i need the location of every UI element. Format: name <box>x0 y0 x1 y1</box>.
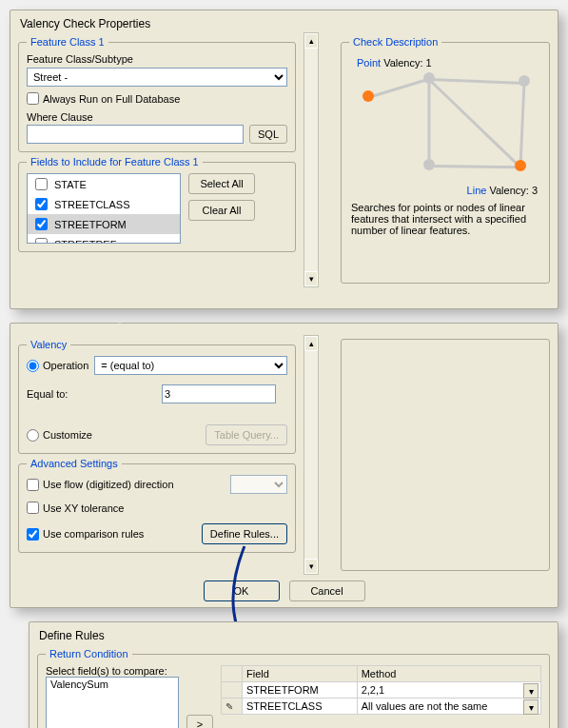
operation-combo[interactable]: = (equal to) <box>94 356 287 375</box>
field-checkbox[interactable] <box>35 198 48 210</box>
point-valency-label: Point Valency: 1 <box>357 57 432 69</box>
diagram-node <box>515 160 526 171</box>
define-rules-button[interactable]: Define Rules... <box>202 523 287 544</box>
diagram-edge <box>428 78 521 167</box>
diagram-node <box>423 159 435 170</box>
select-fields-label: Select field(s) to compare: <box>46 665 179 677</box>
use-xy-checkbox[interactable]: Use XY tolerance <box>27 502 124 514</box>
field-label: STREETCLASS <box>54 199 129 210</box>
list-item[interactable]: STREETREF <box>28 234 180 244</box>
line-valency-label: Line Valency: 3 <box>467 185 538 196</box>
flow-direction-combo <box>230 475 287 494</box>
feature-class-group: Feature Class 1 Feature Class/Subtype St… <box>18 36 296 152</box>
diagram-edge <box>428 79 431 166</box>
diagram-node <box>362 90 374 102</box>
cancel-button[interactable]: Cancel <box>289 580 365 601</box>
table-query-button: Table Query... <box>206 424 287 445</box>
col-method[interactable]: Method <box>357 666 540 682</box>
field-label: STREETREF <box>54 239 116 245</box>
return-condition-legend: Return Condition <box>46 648 132 659</box>
always-run-checkbox[interactable]: Always Run on Full Database <box>27 92 180 105</box>
diagram-edge <box>429 165 520 168</box>
left-panel-scrollbar[interactable]: ▴ ▾ <box>304 335 319 575</box>
use-comparison-checkbox[interactable]: Use comparison rules <box>27 528 144 541</box>
equal-to-input[interactable] <box>162 384 276 403</box>
valency-diagram: Point Valency: 1Line Valency: 3 <box>353 59 538 192</box>
fields-listbox[interactable]: STATESTREETCLASSSTREETFORMSTREETREF <box>27 173 181 244</box>
list-item[interactable]: STATE <box>28 174 180 194</box>
field-checkbox[interactable] <box>35 178 48 190</box>
valency-legend: Valency <box>27 339 70 350</box>
customize-radio[interactable]: Customize <box>27 429 92 442</box>
advanced-settings-legend: Advanced Settings <box>27 458 122 469</box>
operation-radio[interactable]: Operation <box>27 360 88 372</box>
feature-class-legend: Feature Class 1 <box>27 36 108 48</box>
check-description-group: Check Description Point Valency: 1Line V… <box>341 36 550 284</box>
rules-grid[interactable]: Field Method STREETFORM2,2,1STREETCLASSA… <box>221 665 541 715</box>
ok-button[interactable]: OK <box>204 580 280 601</box>
scroll-up-icon[interactable]: ▴ <box>304 33 318 49</box>
compare-fields-listbox[interactable]: ValencySum <box>46 677 179 728</box>
scroll-down-icon[interactable]: ▾ <box>304 271 318 286</box>
valency-check-dialog-bottom: Valency Operation = (equal to) Equal to: <box>10 323 558 608</box>
left-panel-scrollbar[interactable]: ▴ ▾ <box>304 32 319 287</box>
col-field[interactable]: Field <box>243 666 358 682</box>
move-right-button[interactable]: > <box>186 715 213 728</box>
clear-all-button[interactable]: Clear All <box>188 200 255 221</box>
where-clause-label: Where Clause <box>27 111 287 123</box>
cell-method[interactable]: All values are not the same <box>357 698 540 715</box>
field-checkbox[interactable] <box>35 218 48 230</box>
table-row[interactable]: STREETCLASSAll values are not the same <box>222 698 541 715</box>
advanced-settings-group: Advanced Settings Use flow (digitized) d… <box>18 458 296 553</box>
valency-check-dialog-top: Valency Check Properties Feature Class 1… <box>10 10 558 309</box>
diagram-edge <box>519 83 526 167</box>
cell-field[interactable]: STREETFORM <box>243 682 358 698</box>
list-item[interactable]: STREETCLASS <box>28 194 180 214</box>
list-item[interactable]: STREETFORM <box>28 214 180 234</box>
fields-include-group: Fields to Include for Feature Class 1 ST… <box>18 156 296 252</box>
return-condition-group: Return Condition Select field(s) to comp… <box>37 648 550 728</box>
dialog-title: Valency Check Properties <box>14 14 554 32</box>
diagram-edge <box>429 78 524 85</box>
right-empty-panel <box>341 339 550 571</box>
cell-field[interactable]: STREETCLASS <box>243 698 358 715</box>
list-item[interactable]: ValencySum <box>47 678 178 691</box>
subtype-combo[interactable]: Street - <box>27 68 287 87</box>
define-rules-title: Define Rules <box>33 626 554 644</box>
use-flow-checkbox[interactable]: Use flow (digitized) direction <box>27 479 174 491</box>
fields-include-legend: Fields to Include for Feature Class 1 <box>27 156 203 167</box>
sql-button[interactable]: SQL <box>249 125 287 144</box>
field-label: STATE <box>54 179 87 190</box>
check-description-legend: Check Description <box>349 36 441 48</box>
grid-corner <box>222 666 243 682</box>
valency-group: Valency Operation = (equal to) Equal to: <box>18 339 296 454</box>
torn-edge-icon <box>14 287 554 305</box>
field-checkbox[interactable] <box>35 238 48 244</box>
torn-edge-icon <box>10 320 558 333</box>
diagram-node <box>519 75 530 87</box>
define-rules-dialog: Define Rules Return Condition Select fie… <box>29 621 558 728</box>
equal-to-label: Equal to: <box>27 388 103 400</box>
where-clause-input[interactable] <box>27 125 244 144</box>
check-description-text: Searches for points or nodes of linear f… <box>349 202 541 236</box>
field-label: STREETFORM <box>54 219 127 230</box>
table-row[interactable]: STREETFORM2,2,1 <box>222 682 541 698</box>
subtype-label: Feature Class/Subtype <box>27 53 287 65</box>
diagram-edge <box>368 78 430 99</box>
diagram-node <box>423 72 435 84</box>
scroll-up-icon[interactable]: ▴ <box>304 336 318 351</box>
pencil-icon <box>222 698 243 715</box>
select-all-button[interactable]: Select All <box>188 173 255 194</box>
scroll-down-icon[interactable]: ▾ <box>304 559 318 574</box>
row-header <box>222 682 243 698</box>
cell-method[interactable]: 2,2,1 <box>357 682 540 698</box>
